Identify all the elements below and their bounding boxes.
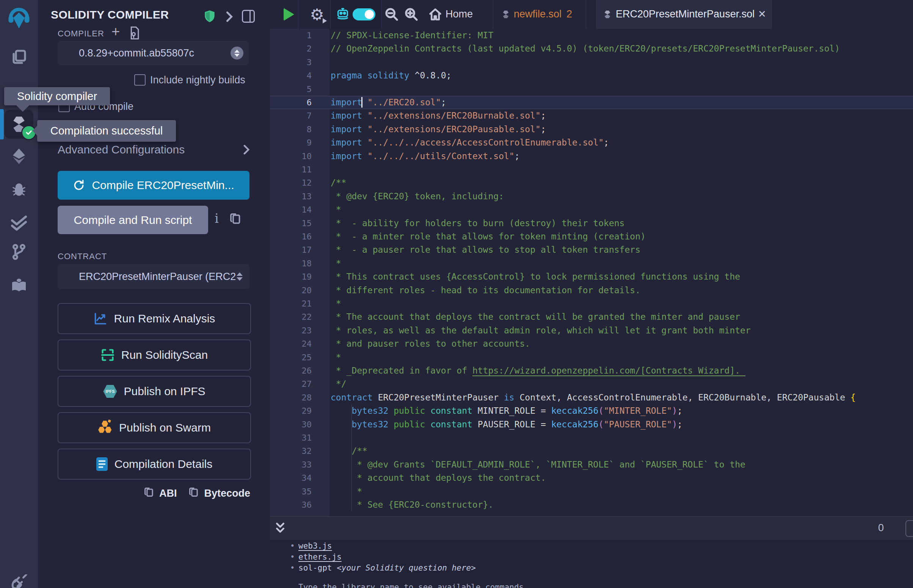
code-line-29[interactable]: 29 bytes32 public constant MINTER_ROLE =… xyxy=(270,404,913,417)
line-number: 22 xyxy=(270,310,312,323)
compile-button[interactable]: Compile ERC20PresetMin... xyxy=(58,171,249,200)
compiler-gears-icon[interactable]: ⚙ xyxy=(306,0,328,29)
code-line-12[interactable]: 12/** xyxy=(270,176,913,189)
copy-abi-icon[interactable] xyxy=(144,486,154,501)
abi-label[interactable]: ABI xyxy=(159,488,177,499)
code-line-27[interactable]: 27 */ xyxy=(270,377,913,391)
code-line-7[interactable]: 7import "../extensions/ERC20Burnable.sol… xyxy=(270,109,913,123)
code-line-32[interactable]: 32 /** xyxy=(270,444,913,458)
publish-swarm-button[interactable]: Publish on Swarm xyxy=(58,412,251,443)
code-line-16[interactable]: 16 * - a minter role that allows for tok… xyxy=(270,230,913,243)
code-line-21[interactable]: 21 * xyxy=(270,297,913,310)
code-line-24[interactable]: 24 * and pauser roles to other accounts. xyxy=(270,337,913,351)
code-line-10[interactable]: 10import "../../../utils/Context.sol"; xyxy=(270,150,913,163)
debugger-icon[interactable] xyxy=(0,176,38,202)
file-explorer-icon[interactable] xyxy=(0,44,38,70)
code-editor[interactable]: 1// SPDX-License-Identifier: MIT2// Open… xyxy=(270,29,913,516)
tab-home[interactable]: Home xyxy=(445,8,473,20)
solgpt-placeholder: <your Solidity question here> xyxy=(337,564,476,572)
compilation-details-button[interactable]: Compilation Details xyxy=(58,449,251,480)
solidity-compiler-icon[interactable] xyxy=(5,110,33,139)
code-line-11[interactable]: 11 xyxy=(270,163,913,176)
code-line-35[interactable]: 35 * xyxy=(270,485,913,498)
expand-chevron-icon[interactable] xyxy=(226,11,233,24)
deploy-and-run-icon[interactable] xyxy=(0,143,38,170)
terminal-bar[interactable]: 0 xyxy=(270,516,913,540)
contract-select[interactable]: ERC20PresetMinterPauser (ERC20 xyxy=(58,264,249,289)
pin-panel-icon[interactable] xyxy=(242,10,255,23)
code-line-1[interactable]: 1// SPDX-License-Identifier: MIT xyxy=(270,29,913,42)
shield-icon[interactable] xyxy=(204,10,215,24)
nightly-builds-checkbox[interactable] xyxy=(134,74,146,86)
advanced-configurations-toggle[interactable]: Advanced Configurations xyxy=(58,142,249,157)
code-line-2[interactable]: 2// OpenZeppelin Contracts (last updated… xyxy=(270,42,913,55)
code-line-28[interactable]: 28contract ERC20PresetMinterPauser is Co… xyxy=(270,391,913,404)
terminal-hint: Type the library name to see available c… xyxy=(298,583,529,588)
line-number: 18 xyxy=(270,257,312,270)
plugin-manager-icon[interactable] xyxy=(0,574,38,588)
line-number: 33 xyxy=(270,458,312,471)
web3-link[interactable]: web3.js xyxy=(298,541,332,551)
panel-title: SOLIDITY COMPILER xyxy=(51,8,169,21)
code-line-19[interactable]: 19 * This contract uses {AccessControl} … xyxy=(270,270,913,283)
line-number: 25 xyxy=(270,351,312,364)
license-icon[interactable] xyxy=(129,26,139,41)
code-line-30[interactable]: 30 bytes32 public constant PAUSER_ROLE =… xyxy=(270,418,913,431)
bytecode-label[interactable]: Bytecode xyxy=(204,488,250,499)
code-line-8[interactable]: 8import "../extensions/ERC20Pausable.sol… xyxy=(270,123,913,136)
line-number: 26 xyxy=(270,364,312,377)
code-line-36[interactable]: 36 * See {ERC20-constructor}. xyxy=(270,498,913,512)
ai-copilot-toggle[interactable] xyxy=(353,8,376,21)
remix-logo-icon[interactable] xyxy=(0,5,38,32)
line-number: 29 xyxy=(270,404,312,417)
code-line-20[interactable]: 20 * different roles - head to its docum… xyxy=(270,284,913,297)
run-script-play-icon[interactable] xyxy=(283,8,294,21)
line-number: 2 xyxy=(270,42,312,55)
tab-newfile[interactable]: newfile.sol 2 xyxy=(493,0,586,29)
zoom-out-icon[interactable] xyxy=(382,0,401,29)
code-line-31[interactable]: 31 xyxy=(270,431,913,444)
code-line-4[interactable]: 4pragma solidity ^0.8.0; xyxy=(270,69,913,82)
terminal-line-ethers: •ethers.js xyxy=(290,552,342,562)
git-icon[interactable] xyxy=(0,239,38,265)
copy-bytecode-icon[interactable] xyxy=(189,486,199,501)
unit-testing-icon[interactable] xyxy=(0,210,38,236)
collapse-terminal-icon[interactable] xyxy=(275,521,286,537)
compile-button-label: Compile ERC20PresetMin... xyxy=(92,179,234,192)
ai-robot-icon[interactable] xyxy=(334,0,351,29)
add-compiler-icon[interactable]: + xyxy=(112,24,120,40)
copy-icon[interactable] xyxy=(230,212,241,226)
details-doc-icon xyxy=(96,457,108,471)
terminal-search-input[interactable] xyxy=(905,520,913,537)
code-line-22[interactable]: 22 * The account that deploys the contra… xyxy=(270,310,913,323)
code-line-14[interactable]: 14 * xyxy=(270,203,913,216)
line-number: 5 xyxy=(270,82,312,96)
run-remix-analysis-button[interactable]: Run Remix Analysis xyxy=(58,303,251,334)
code-line-9[interactable]: 9import "../../../access/AccessControlEn… xyxy=(270,136,913,149)
code-line-34[interactable]: 34 * account that deploys the contract. xyxy=(270,471,913,485)
code-line-23[interactable]: 23 * roles, as well as the default admin… xyxy=(270,324,913,337)
compile-and-run-button[interactable]: Compile and Run script xyxy=(58,206,208,234)
line-number: 17 xyxy=(270,243,312,257)
code-line-25[interactable]: 25 * xyxy=(270,351,913,364)
code-line-17[interactable]: 17 * - a pauser role that allows to stop… xyxy=(270,243,913,257)
code-line-15[interactable]: 15 * - ability for holders to burn (dest… xyxy=(270,217,913,230)
code-line-13[interactable]: 13 * @dev {ERC20} token, including: xyxy=(270,190,913,203)
info-icon[interactable]: i xyxy=(215,211,219,226)
tab-erc20presetminterpauser[interactable]: ERC20PresetMinterPauser.sol ✕ xyxy=(595,0,773,29)
publish-ipfs-button[interactable]: IPFS Publish on IPFS xyxy=(58,376,251,407)
tab-close-icon[interactable]: ✕ xyxy=(758,8,766,20)
ethers-link[interactable]: ethers.js xyxy=(298,552,342,562)
code-line-18[interactable]: 18 * xyxy=(270,257,913,270)
tooltip-arrow-down xyxy=(16,105,29,112)
code-line-26[interactable]: 26 * _Deprecated in favor of https://wiz… xyxy=(270,364,913,377)
code-line-33[interactable]: 33 * @dev Grants `DEFAULT_ADMIN_ROLE`, `… xyxy=(270,458,913,471)
home-icon[interactable] xyxy=(427,0,444,29)
zoom-in-icon[interactable] xyxy=(402,0,421,29)
run-solidityscan-button[interactable]: Run SolidityScan xyxy=(58,339,251,370)
code-line-6[interactable]: 6import "../ERC20.sol"; xyxy=(270,96,913,109)
compiler-version-select[interactable]: 0.8.29+commit.ab55807c xyxy=(58,41,249,65)
code-line-3[interactable]: 3 xyxy=(270,56,913,69)
learneth-book-icon[interactable] xyxy=(0,272,38,299)
code-line-5[interactable]: 5 xyxy=(270,82,913,96)
